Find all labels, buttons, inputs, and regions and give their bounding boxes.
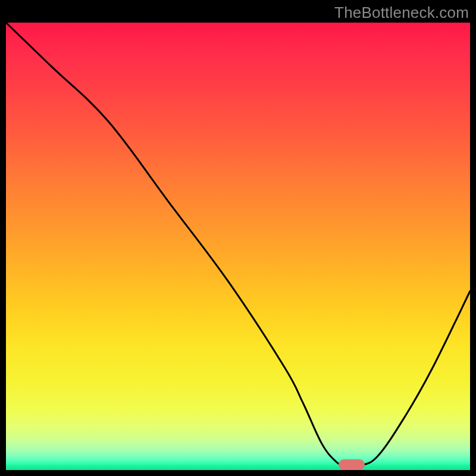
plot-area [6, 23, 470, 470]
chart-canvas: TheBottleneck.com [0, 0, 476, 476]
watermark-text: TheBottleneck.com [334, 4, 469, 22]
curve-svg [6, 23, 470, 470]
bottleneck-curve [6, 23, 470, 466]
optimal-marker [339, 459, 365, 470]
